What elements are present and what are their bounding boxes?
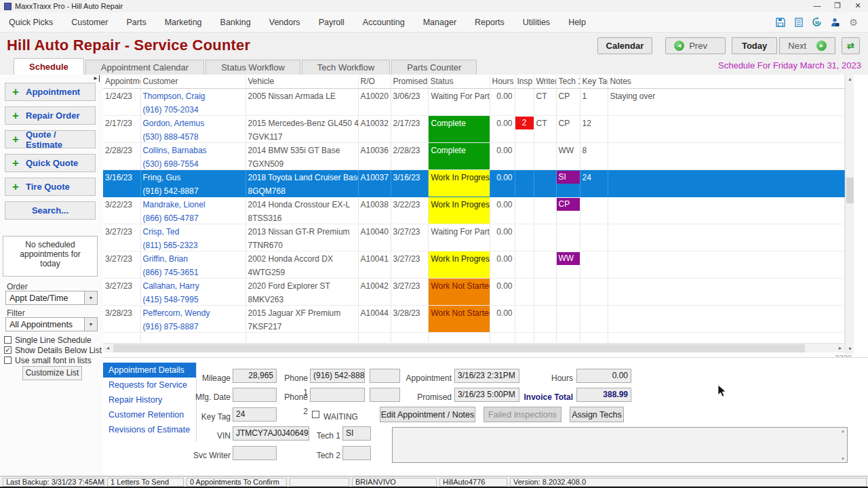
scroll-right-icon[interactable]: ► [835,344,845,353]
today-button[interactable]: Today [732,37,777,54]
save-icon[interactable] [775,17,785,27]
menu-marketing[interactable]: Marketing [165,18,202,27]
details-nav-repair-history[interactable]: Repair History [103,392,196,407]
chevron-down-icon[interactable]: ▼ [84,291,97,304]
details-nav-revisions-of-estimate[interactable]: Revisions of Estimate [103,422,196,437]
schedule-row[interactable]: 3/22/23Mandrake, Lionel(866) 605-4787201… [103,197,845,224]
appointment-notes-textarea[interactable]: ▲ ▼ [392,427,848,463]
horizontal-scroll-thumb[interactable] [113,344,805,352]
svc-writer-field[interactable] [233,446,277,460]
customer-name[interactable]: Griffin, Brian [141,251,245,264]
column-header-status[interactable]: Status [428,75,490,88]
timeclock-icon[interactable]: M [812,17,822,27]
column-header-appointment[interactable]: Appointment [103,75,140,88]
close-icon[interactable]: ✕ [848,0,868,12]
settings-gear-icon[interactable]: ⚙ [848,17,859,27]
quote-estimate-button[interactable]: +Quote / Estimate [5,130,96,148]
tab-schedule[interactable]: Schedule [14,58,84,75]
search-button[interactable]: Search... [5,201,96,220]
menu-parts[interactable]: Parts [126,18,146,27]
use-small-font-in-lists-checkbox[interactable] [4,357,12,364]
refresh-button[interactable]: ⇄ [842,37,860,54]
hours-field[interactable]: 0.00 [576,369,631,383]
column-header-key-tag[interactable]: Key Tag [580,75,608,88]
tab-parts-counter[interactable]: Parts Counter [391,60,477,75]
customer-name[interactable]: Gordon, Artemus [141,116,245,128]
column-header-r-o[interactable]: R/O [358,75,391,88]
tech1-field[interactable]: SI [342,426,371,441]
schedule-row[interactable]: 3/28/23Peffercorn, Wendy(916) 875-888720… [103,305,845,332]
menu-customer[interactable]: Customer [71,18,108,27]
schedule-row[interactable]: 3/16/23Fring, Gus(916) 542-88872018 Toyo… [103,169,845,197]
appointment-field[interactable]: 3/16/23 2:31PM [454,369,519,383]
customer-name[interactable]: Callahan, Harry [141,279,245,291]
vertical-scroll-thumb[interactable] [846,178,854,203]
details-nav-customer-retention[interactable]: Customer Retention [103,407,196,422]
tab-tech-workflow[interactable]: Tech Workflow [302,60,390,75]
promised-field[interactable]: 3/16/23 5:00PM [454,388,519,402]
order-select[interactable]: Appt Date/Time ▼ [5,291,98,305]
user-security-icon[interactable] [830,17,840,27]
schedule-row[interactable]: 3/27/23Griffin, Brian(866) 745-36512002 … [103,251,845,278]
tab-status-workflow[interactable]: Status Workflow [205,60,300,75]
notes-icon[interactable] [793,17,804,27]
menu-accounting[interactable]: Accounting [363,18,405,27]
horizontal-scrollbar[interactable]: ◄ ► [103,343,845,352]
customer-name[interactable]: Fring, Gus [141,170,245,182]
menu-quick-picks[interactable]: Quick Picks [9,18,53,27]
tech2-field[interactable] [342,446,371,460]
phone1-ext-field[interactable] [370,369,400,383]
column-header-tech-1[interactable]: Tech 1 [556,75,580,88]
column-header-insp[interactable]: Insp [515,75,534,88]
schedule-row[interactable]: 2/17/23Gordon, Artemus(530) 888-45782015… [103,115,845,142]
menu-banking[interactable]: Banking [220,18,251,27]
schedule-row[interactable]: 3/27/23Crisp, Ted(811) 565-23232013 Niss… [103,224,845,251]
single-line-schedule-checkbox[interactable] [4,336,12,344]
scroll-down-icon[interactable]: ▼ [840,457,846,461]
vin-field[interactable]: JTMCY7AJ0J4064975 [233,426,309,441]
phone2-ext-field[interactable] [370,388,400,402]
column-header-writer[interactable]: Writer [534,75,556,88]
mfg-date-field[interactable] [233,388,277,402]
customer-name[interactable]: Crisp, Ted [141,224,245,237]
phone2-field[interactable] [310,388,365,402]
menu-reports[interactable]: Reports [475,18,505,27]
invoice-total-field[interactable]: 388.99 [576,388,631,402]
repair-order-button[interactable]: +Repair Order [5,106,96,125]
customer-name[interactable]: Mandrake, Lionel [141,197,245,209]
schedule-row[interactable]: 3/27/23Callahan, Harry(415) 548-79952020… [103,278,845,305]
key-tag-field[interactable]: 24 [233,407,277,422]
vertical-scrollbar[interactable]: ▲ ▼ [845,75,854,354]
column-header-promised[interactable]: Promised [391,75,428,88]
minimize-icon[interactable]: — [807,0,827,12]
customer-name[interactable]: Thompson, Craig [141,89,245,101]
scroll-up-icon[interactable]: ▲ [840,429,846,433]
chevron-down-icon[interactable]: ▼ [84,318,97,331]
details-nav-appointment-details[interactable]: Appointment Details [103,363,196,378]
schedule-row[interactable]: 1/24/23Thompson, Craig(916) 705-20342005… [103,88,845,115]
customize-list-button[interactable]: Customize List [22,366,82,380]
maximize-icon[interactable]: ❐ [827,0,848,12]
menu-manager[interactable]: Manager [423,18,456,27]
menu-vendors[interactable]: Vendors [269,18,300,27]
tab-appointment-calendar[interactable]: Appointment Calendar [85,60,204,75]
menu-help[interactable]: Help [568,18,586,27]
filter-select[interactable]: All Appointments ▼ [5,317,98,331]
menu-utilities[interactable]: Utilities [523,18,550,27]
waiting-checkbox[interactable] [312,411,319,418]
details-nav-requests-for-service[interactable]: Requests for Service [103,378,196,392]
calendar-button[interactable]: Calendar [597,37,653,54]
tire-quote-button[interactable]: +Tire Quote [5,178,96,196]
prev-button[interactable]: ◄Prev [665,37,726,54]
show-details-below-list-checkbox[interactable]: ✓ [4,346,12,354]
mileage-field[interactable]: 28,965 [233,369,277,383]
scroll-down-icon[interactable]: ▼ [846,344,854,354]
next-button[interactable]: Next► [779,37,835,54]
customer-name[interactable]: Peffercorn, Wendy [141,306,245,318]
assign-techs-button[interactable]: Assign Techs [570,407,624,422]
column-header-notes[interactable]: Notes [608,75,845,88]
customer-name[interactable]: Collins, Barnabas [141,143,245,155]
edit-appointment-button[interactable]: Edit Appointment / Notes [380,407,475,422]
column-header-customer[interactable]: Customer [140,75,245,88]
schedule-row[interactable]: 2/28/23Collins, Barnabas(530) 698-755420… [103,142,845,169]
